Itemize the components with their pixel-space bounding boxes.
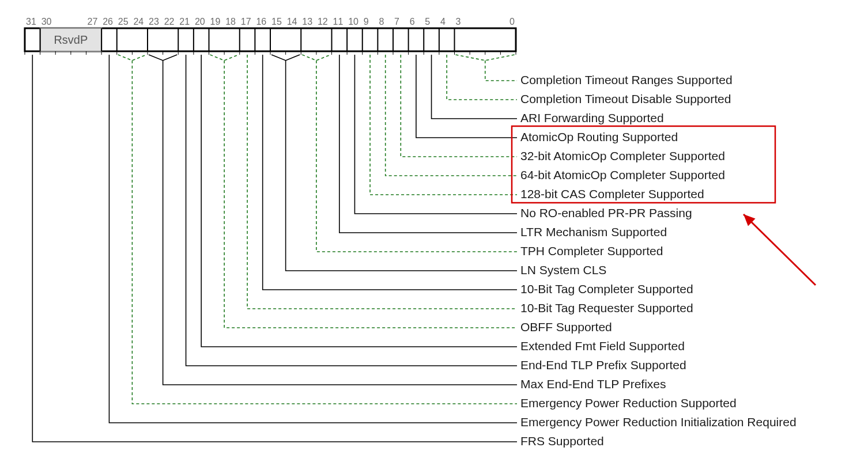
bit-number-24: 24 xyxy=(133,17,144,26)
bit-number-19: 19 xyxy=(210,17,221,26)
bit-number-22: 22 xyxy=(164,17,175,26)
field-label-7: No RO-enabled PR-PR Passing xyxy=(520,206,692,219)
field-label-10: LN System CLS xyxy=(520,263,606,276)
leader-line-bit-4 xyxy=(447,55,517,100)
field-label-12: 10-Bit Tag Requester Supported xyxy=(520,301,693,314)
bit-number-3: 3 xyxy=(456,17,461,26)
field-label-11: 10-Bit Tag Completer Supported xyxy=(520,282,693,295)
field-label-13: OBFF Supported xyxy=(520,320,612,333)
field-label-1: Completion Timeout Disable Supported xyxy=(520,92,731,105)
leader-line-bit-15-14 xyxy=(271,55,517,271)
bit-number-18: 18 xyxy=(225,17,236,26)
leader-line-bit-8 xyxy=(386,55,517,176)
leader-line-bit-13-12 xyxy=(302,55,517,252)
bit-number-26: 26 xyxy=(103,17,113,26)
field-label-14: Extended Fmt Field Supported xyxy=(520,339,685,353)
field-label-19: FRS Supported xyxy=(520,434,604,448)
field-label-5: 64-bit AtomicOp Completer Supported xyxy=(520,168,725,181)
bit-number-31: 31 xyxy=(26,17,36,26)
field-label-6: 128-bit CAS Completer Supported xyxy=(520,187,704,200)
field-label-9: TPH Completer Supported xyxy=(520,244,663,257)
leader-line-bit-21 xyxy=(186,55,517,366)
leader-line-bit-20 xyxy=(201,55,517,347)
field-label-0: Completion Timeout Ranges Supported xyxy=(520,73,733,86)
leader-line-bit-3-0 xyxy=(456,55,518,81)
bit-number-25: 25 xyxy=(118,17,129,26)
bit-number-8: 8 xyxy=(379,17,384,26)
bit-number-9: 9 xyxy=(364,17,369,26)
bit-number-0: 0 xyxy=(510,17,515,26)
bit-number-11: 11 xyxy=(333,17,344,26)
leader-line-bit-26 xyxy=(109,55,517,423)
leader-line-bit-16 xyxy=(263,55,517,290)
bit-number-20: 20 xyxy=(195,17,205,26)
bit-number-15: 15 xyxy=(271,17,282,26)
bit-number-14: 14 xyxy=(287,17,297,26)
field-label-15: End-End TLP Prefix Supported xyxy=(520,358,686,372)
highlight-arrow-shaft xyxy=(744,214,816,285)
field-label-18: Emergency Power Reduction Initialization… xyxy=(520,415,797,429)
bit-number-5: 5 xyxy=(425,17,430,26)
bit-number-30: 30 xyxy=(41,17,52,26)
bit-number-16: 16 xyxy=(256,17,266,26)
bit-number-13: 13 xyxy=(302,17,312,26)
bit-number-7: 7 xyxy=(394,17,399,26)
leader-line-bit-7 xyxy=(401,55,517,157)
field-label-17: Emergency Power Reduction Supported xyxy=(520,396,737,410)
bit-number-23: 23 xyxy=(149,17,159,26)
field-label-16: Max End-End TLP Prefixes xyxy=(520,377,666,391)
leader-line-bit-19-18 xyxy=(210,55,518,328)
register-bitfield-diagram: 3130272625242322212019181716151413121110… xyxy=(0,0,868,451)
field-label-2: ARI Forwarding Supported xyxy=(520,111,664,124)
rsvdp-label: RsvdP xyxy=(54,33,88,46)
bit-number-4: 4 xyxy=(440,17,446,26)
bit-number-10: 10 xyxy=(348,17,358,26)
bit-number-6: 6 xyxy=(410,17,415,26)
leader-line-bit-11 xyxy=(339,55,517,233)
field-label-4: 32-bit AtomicOp Completer Supported xyxy=(520,149,725,162)
leader-line-bit-5 xyxy=(432,55,517,119)
leader-line-bit-31 xyxy=(32,55,517,442)
bit-number-17: 17 xyxy=(241,17,251,26)
leader-line-bit-10 xyxy=(354,55,517,214)
bit-number-12: 12 xyxy=(318,17,328,26)
leader-line-bit-9 xyxy=(370,55,517,195)
bit-number-27: 27 xyxy=(88,17,98,26)
bit-number-21: 21 xyxy=(179,17,190,26)
field-label-8: LTR Mechanism Supported xyxy=(520,225,667,238)
leader-line-bit-25-24 xyxy=(118,55,517,404)
field-label-3: AtomicOp Routing Supported xyxy=(520,130,678,143)
leader-line-bit-23-22 xyxy=(149,55,517,385)
